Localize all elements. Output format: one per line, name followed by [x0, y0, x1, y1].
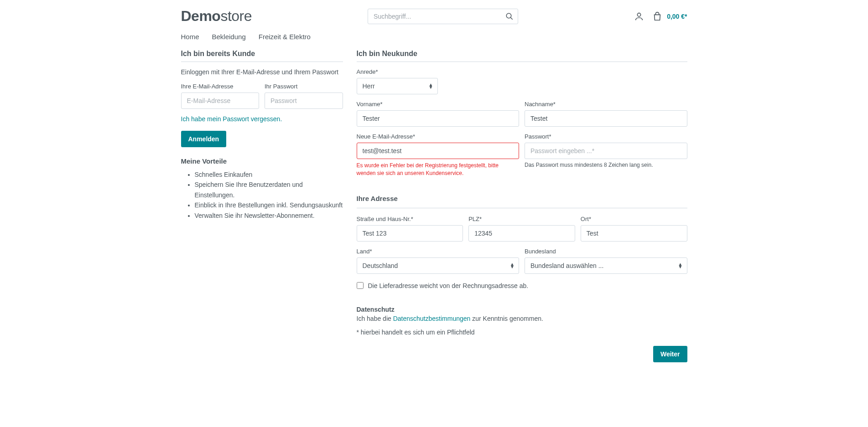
- nav-item-home[interactable]: Home: [181, 33, 199, 41]
- login-submit-button[interactable]: Anmelden: [181, 131, 227, 147]
- search-input[interactable]: [368, 9, 518, 24]
- privacy-text-pre: Ich habe die: [357, 315, 393, 322]
- register-title: Ich bin Neukunde: [357, 50, 687, 62]
- account-icon[interactable]: [634, 11, 644, 21]
- bag-icon: [652, 11, 662, 21]
- cart-total: 0,00 €*: [667, 13, 687, 20]
- cart-button[interactable]: 0,00 €*: [652, 11, 687, 21]
- svg-line-1: [510, 17, 513, 20]
- header: Demostore 0,00 €*: [181, 0, 687, 28]
- advantages-item: Speichern Sie Ihre Benutzerdaten und Ein…: [195, 180, 343, 200]
- firstname-label: Vorname*: [357, 101, 520, 108]
- advantages-item: Schnelles Einkaufen: [195, 170, 343, 180]
- main-nav: Home Bekleidung Freizeit & Elektro: [181, 28, 687, 50]
- login-password-label: Ihr Passwort: [265, 83, 343, 90]
- privacy-link[interactable]: Datenschutzbestimmungen: [393, 315, 471, 322]
- login-desc: Einloggen mit Ihrer E-Mail-Adresse und I…: [181, 68, 343, 76]
- salutation-select[interactable]: [357, 78, 438, 94]
- lastname-input[interactable]: [525, 110, 687, 127]
- logo[interactable]: Demostore: [181, 8, 252, 25]
- privacy-title: Datenschutz: [357, 306, 687, 313]
- continue-button[interactable]: Weiter: [653, 346, 687, 362]
- firstname-input[interactable]: [357, 110, 520, 127]
- search: [368, 9, 518, 24]
- search-icon[interactable]: [505, 12, 514, 21]
- diff-shipping-checkbox[interactable]: [357, 282, 364, 289]
- diff-shipping-row[interactable]: Die Lieferadresse weicht von der Rechnun…: [357, 282, 687, 289]
- forgot-password-link[interactable]: Ich habe mein Passwort vergessen.: [181, 115, 282, 123]
- lastname-label: Nachname*: [525, 101, 687, 108]
- country-label: Land*: [357, 248, 520, 255]
- state-label: Bundesland: [525, 248, 687, 255]
- login-password-input[interactable]: [265, 93, 343, 109]
- street-input[interactable]: [357, 225, 463, 242]
- address-title: Ihre Adresse: [357, 195, 687, 202]
- country-select[interactable]: [357, 257, 520, 274]
- register-email-label: Neue E-Mail-Adresse*: [357, 133, 520, 140]
- salutation-label: Anrede*: [357, 68, 438, 75]
- mandatory-note: * hierbei handelt es sich um ein Pflicht…: [357, 329, 687, 336]
- zip-input[interactable]: [468, 225, 575, 242]
- login-email-label: Ihre E-Mail-Adresse: [181, 83, 260, 90]
- register-password-input[interactable]: [525, 143, 687, 159]
- diff-shipping-label: Die Lieferadresse weicht von der Rechnun…: [368, 282, 529, 289]
- city-label: Ort*: [581, 216, 687, 222]
- advantages-title: Meine Vorteile: [181, 157, 343, 165]
- logo-light: store: [220, 8, 252, 24]
- street-label: Straße und Haus-Nr.*: [357, 216, 463, 222]
- advantages-item: Verwalten Sie ihr Newsletter-Abonnement.: [195, 211, 343, 221]
- nav-item-bekleidung[interactable]: Bekleidung: [212, 33, 246, 41]
- register-password-label: Passwort*: [525, 133, 687, 140]
- nav-item-freizeit-elektro[interactable]: Freizeit & Elektro: [259, 33, 311, 41]
- register-password-hint: Das Passwort muss mindestens 8 Zeichen l…: [525, 162, 687, 168]
- logo-bold: Demo: [181, 8, 221, 24]
- city-input[interactable]: [581, 225, 687, 242]
- state-select[interactable]: [525, 257, 687, 274]
- svg-point-0: [506, 13, 511, 18]
- privacy-text-post: zur Kenntnis genommen.: [470, 315, 543, 322]
- advantages-item: Einblick in Ihre Bestellungen inkl. Send…: [195, 200, 343, 210]
- privacy-block: Datenschutz Ich habe die Datenschutzbest…: [357, 306, 687, 322]
- login-title: Ich bin bereits Kunde: [181, 50, 343, 62]
- zip-label: PLZ*: [468, 216, 575, 222]
- register-email-input[interactable]: [357, 143, 520, 159]
- svg-point-2: [637, 13, 640, 16]
- register-email-error: Es wurde ein Fehler bei der Registrierun…: [357, 162, 520, 177]
- login-email-input[interactable]: [181, 93, 260, 109]
- advantages-list: Schnelles Einkaufen Speichern Sie Ihre B…: [181, 170, 343, 221]
